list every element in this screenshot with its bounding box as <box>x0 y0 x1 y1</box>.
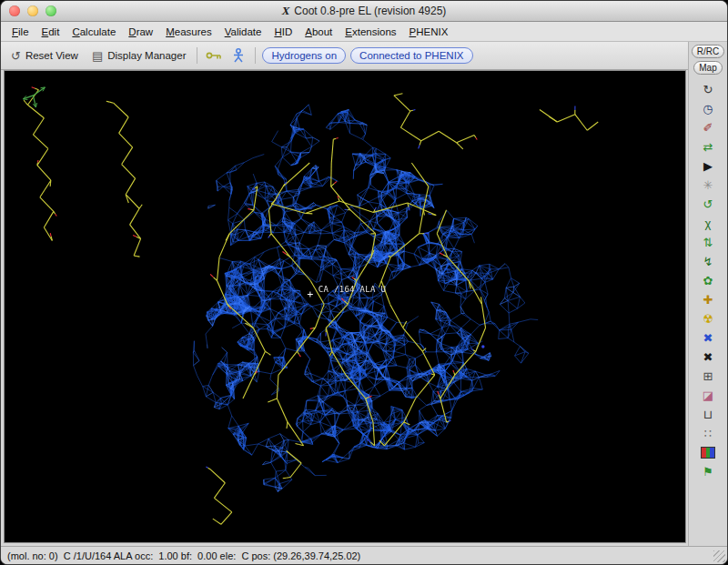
menu-draw[interactable]: Draw <box>122 24 159 40</box>
chi-angles-icon[interactable]: χ <box>697 215 719 232</box>
map-button[interactable]: Map <box>693 61 722 75</box>
menu-calculate[interactable]: Calculate <box>66 24 122 40</box>
more-options-icon[interactable]: ∷ <box>697 425 719 442</box>
left-column: ↺ Reset View ▤ Display Manager <box>1 42 688 546</box>
resize-grip[interactable] <box>713 550 725 562</box>
display-manager-label: Display Manager <box>107 50 186 61</box>
key-icon <box>206 49 222 62</box>
measure-pencil-icon[interactable]: ✐ <box>697 119 719 136</box>
menu-extensions[interactable]: Extensions <box>339 24 402 40</box>
minimize-button[interactable] <box>27 5 38 16</box>
menu-validate[interactable]: Validate <box>218 24 268 40</box>
toolbar-separator <box>255 47 256 64</box>
regularize-icon[interactable]: ✳ <box>697 177 719 194</box>
model-figure-button[interactable] <box>228 46 248 65</box>
menubar: FileEditCalculateDrawMeasuresValidateHID… <box>1 22 727 42</box>
clock-icon[interactable]: ◷ <box>697 100 719 117</box>
toolbar: ↺ Reset View ▤ Display Manager <box>1 42 688 70</box>
coot-window: XCoot 0.8-pre EL (revision 4925) FileEdi… <box>1 1 727 564</box>
figure-icon <box>232 48 245 63</box>
pointer-arrow-icon[interactable]: ▶ <box>697 157 719 175</box>
right-sidebar: R/RC Map ↻◷✐⇄▶✳↺χ⇅↯✿✚☢✖✖⊞◪⊔∷⚑ <box>688 42 727 546</box>
rgb-stripes-icon[interactable] <box>697 444 719 461</box>
reset-view-icon: ↺ <box>11 50 21 62</box>
trash-icon[interactable]: ⊔ <box>697 406 719 423</box>
flag-icon[interactable]: ⚑ <box>697 463 719 480</box>
titlebar[interactable]: XCoot 0.8-pre EL (revision 4925) <box>1 1 727 22</box>
menu-phenix[interactable]: PHENIX <box>403 24 455 40</box>
display-manager-icon: ▤ <box>92 50 103 62</box>
menu-about[interactable]: About <box>298 24 339 40</box>
x11-icon: X <box>282 4 290 17</box>
phenix-connection-button[interactable]: Connected to PHENIX <box>350 47 472 64</box>
reset-view-label: Reset View <box>25 50 78 61</box>
goto-atom-button[interactable] <box>204 46 224 65</box>
sidebar-icon-column: ↻◷✐⇄▶✳↺χ⇅↯✿✚☢✖✖⊞◪⊔∷⚑ <box>689 81 727 546</box>
swap-conformer-icon[interactable]: ✖ <box>697 329 719 347</box>
traffic-lights <box>9 5 56 16</box>
gl-viewport: CA /164 ALA U <box>4 70 686 543</box>
hydrogens-toggle-button[interactable]: Hydrogens on <box>262 47 346 64</box>
statusbar: (mol. no: 0) C /1/U/164 ALA occ: 1.00 bf… <box>1 546 727 564</box>
menu-hid[interactable]: HID <box>268 24 298 40</box>
desktop: XCoot 0.8-pre EL (revision 4925) FileEdi… <box>0 0 728 565</box>
mutate-residue-icon[interactable]: ✿ <box>697 272 719 289</box>
gl-canvas[interactable] <box>5 71 685 542</box>
menu-measures[interactable]: Measures <box>159 24 218 40</box>
display-manager-button[interactable]: ▤ Display Manager <box>87 47 191 65</box>
zoom-button[interactable] <box>46 5 56 16</box>
rotate-translate-icon[interactable]: ⇅ <box>697 234 719 251</box>
window-title-text: Coot 0.8-pre EL (revision 4925) <box>294 5 446 17</box>
flip-peptide-icon[interactable]: ↯ <box>697 253 719 270</box>
window-title: XCoot 0.8-pre EL (revision 4925) <box>1 4 727 18</box>
toolbar-separator <box>197 47 197 64</box>
eraser-icon[interactable]: ◪ <box>697 387 719 404</box>
menu-edit[interactable]: Edit <box>35 24 66 40</box>
real-space-refine-icon[interactable]: ⇄ <box>697 138 719 156</box>
undo-icon[interactable]: ↻ <box>697 81 719 98</box>
reset-view-button[interactable]: ↺ Reset View <box>6 47 83 65</box>
menu-file[interactable]: File <box>5 24 35 40</box>
add-terminal-residue-icon[interactable]: ✚ <box>697 291 719 308</box>
add-atom-icon[interactable]: ⊞ <box>697 368 719 385</box>
content-row: ↺ Reset View ▤ Display Manager <box>1 42 727 546</box>
rigid-body-fit-icon[interactable]: ↺ <box>697 196 719 213</box>
close-button[interactable] <box>9 5 20 16</box>
radiation-icon[interactable]: ☢ <box>697 310 719 328</box>
status-text: (mol. no: 0) C /1/U/164 ALA occ: 1.00 bf… <box>7 550 360 561</box>
rrc-button[interactable]: R/RC <box>692 45 724 58</box>
delete-item-icon[interactable]: ✖ <box>697 348 719 366</box>
